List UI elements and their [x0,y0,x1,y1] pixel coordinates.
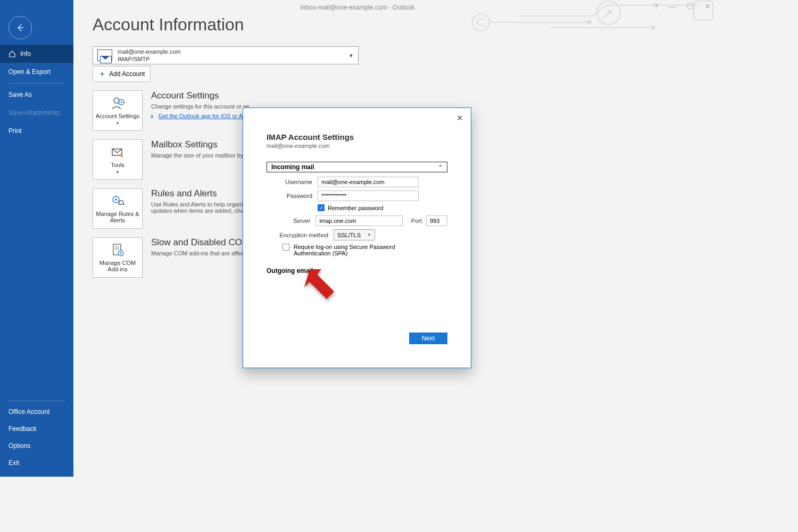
mailbox-settings-desc: Manage the size of your mailbox by e [151,152,248,159]
nav-save-attachments: Save Attachments [0,104,73,122]
account-settings-title: Account Settings [151,90,250,101]
nav-print-label: Print [9,127,22,135]
backstage-sidebar: Info Open & Export Save As Save Attachme… [0,0,73,477]
back-button[interactable] [9,16,32,39]
page-title: Account Information [93,15,715,35]
account-settings-button[interactable]: Account Settings ▾ [93,90,143,131]
encryption-select[interactable]: SSL/TLS ▼ [334,229,375,240]
svg-point-12 [121,102,122,103]
incoming-mail-expander[interactable]: Incoming mail ⌃ [267,162,447,172]
nav-save-as-label: Save As [9,91,32,98]
add-account-label: Add Account [109,70,145,78]
username-input[interactable] [318,177,419,187]
manage-com-addins-button[interactable]: Manage COM Add-ins [93,237,143,278]
nav-open-export[interactable]: Open & Export [0,63,73,81]
nav-exit[interactable]: Exit [0,454,73,471]
nav-divider [9,83,65,84]
manage-com-addins-button-label: Manage COM Add-ins [95,260,140,272]
plus-icon: ＋ [98,69,106,79]
server-label: Server [267,218,315,224]
port-input[interactable] [426,215,447,226]
chevron-up-icon: ⌃ [438,164,443,170]
nav-info-label: Info [20,50,31,57]
mail-icon [97,49,112,61]
manage-rules-button[interactable]: Manage Rules & Alerts [93,188,143,229]
person-gear-icon [110,96,125,111]
username-label: Username [267,179,318,185]
svg-point-20 [120,253,122,254]
encryption-label: Encryption method [267,232,334,238]
nav-print[interactable]: Print [0,122,73,140]
chevron-down-icon: ⌄ [316,268,320,273]
account-settings-desc: Change settings for this account or se [151,103,250,110]
tools-button-label: Tools▾ [111,162,124,174]
dialog-subtitle: mail@one-example.com [267,143,447,149]
rules-alerts-desc1: Use Rules and Alerts to help organise [151,201,249,207]
mailbox-settings-title: Mailbox Settings [151,139,248,150]
document-gear-icon [110,243,125,257]
account-selector[interactable]: mail@one-example.com IMAP/SMTP ▼ [93,46,359,64]
nav-divider-2 [9,401,65,401]
chevron-down-icon: ▼ [367,232,371,237]
rules-alerts-title: Rules and Alerts [151,188,249,199]
password-label: Password [267,193,318,199]
encryption-value: SSL/TLS [337,232,361,238]
nav-info[interactable]: Info [0,45,73,63]
gear-bell-icon [110,194,125,209]
nav-exit-label: Exit [9,459,19,467]
nav-feedback-label: Feedback [9,425,37,433]
tools-button[interactable]: Tools▾ [93,139,143,180]
nav-open-export-label: Open & Export [9,68,51,76]
server-input[interactable] [315,215,402,226]
outgoing-email-expander[interactable]: Outgoing email ⌄ [267,267,320,275]
nav-options-label: Options [9,442,30,450]
nav-options[interactable]: Options [0,437,73,454]
com-addins-title: Slow and Disabled COM [151,237,250,248]
account-settings-button-label: Account Settings ▾ [95,113,140,126]
nav-save-as[interactable]: Save As [0,86,73,104]
svg-point-15 [115,198,117,201]
nav-office-account[interactable]: Office Account [0,403,73,420]
spa-label: Require log-on using Secure Password Aut… [294,244,432,256]
nav-feedback[interactable]: Feedback [0,420,73,437]
password-input[interactable] [318,190,419,201]
com-addins-desc: Manage COM add-ins that are affecti [151,250,250,256]
outgoing-email-label: Outgoing email [267,267,313,275]
envelope-tool-icon [110,145,125,160]
home-icon [9,50,16,57]
spa-checkbox[interactable] [282,244,289,251]
manage-rules-button-label: Manage Rules & Alerts [95,211,140,223]
account-email: mail@one-example.com [118,48,348,55]
port-label: Port [411,218,422,224]
remember-password-checkbox[interactable]: ✓ [318,204,325,211]
next-button[interactable]: Next [409,332,447,344]
outlook-app-link[interactable]: Get the Outlook app for iOS or A [151,113,243,119]
account-protocol: IMAP/SMTP [118,55,348,63]
imap-settings-dialog: ✕ IMAP Account Settings mail@one-example… [243,107,471,368]
nav-office-account-label: Office Account [9,408,49,415]
dialog-title: IMAP Account Settings [267,132,447,142]
incoming-mail-label: Incoming mail [271,163,314,171]
rules-alerts-desc2: updates when items are added, chan [151,207,249,214]
remember-password-label: Remember password [328,205,384,211]
dialog-close-button[interactable]: ✕ [453,112,467,124]
add-account-button[interactable]: ＋ Add Account [93,66,151,82]
nav-save-attachments-label: Save Attachments [9,109,60,117]
back-arrow-icon [15,23,25,32]
chevron-down-icon: ▼ [348,53,354,59]
